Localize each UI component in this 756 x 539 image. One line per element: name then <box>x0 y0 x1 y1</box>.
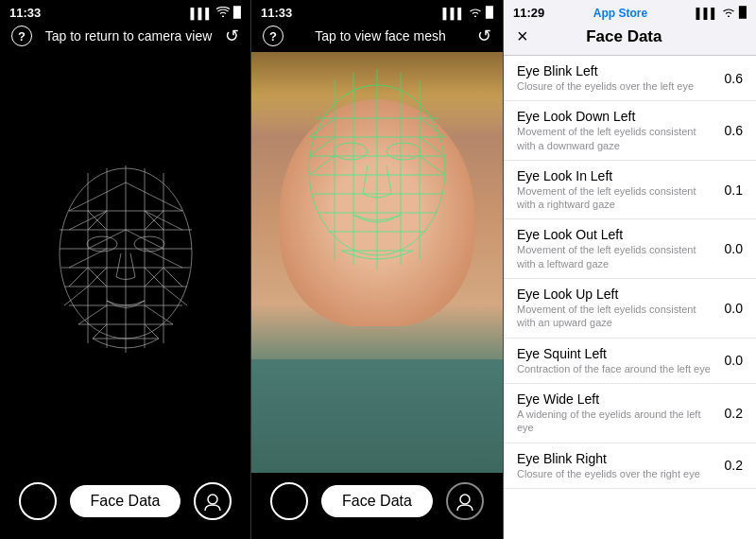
wifi-icon-2 <box>469 7 482 19</box>
refresh-button-1[interactable]: ↺ <box>225 26 239 46</box>
battery-icon-1: ▉ <box>233 7 241 19</box>
row-name-5: Eye Squint Left <box>517 346 711 361</box>
time-3: 11:29 <box>513 6 544 20</box>
help-button-2[interactable]: ? <box>263 26 284 46</box>
signal-icon-2: ▌▌▌ <box>443 8 465 19</box>
camera-button-1[interactable] <box>19 482 57 520</box>
svg-point-42 <box>208 495 217 504</box>
svg-line-16 <box>126 183 145 192</box>
data-row: Eye Look Up Left Movement of the left ey… <box>504 279 756 339</box>
data-row: Eye Blink Right Closure of the eyelids o… <box>504 443 756 489</box>
face-wireframe-svg <box>41 154 211 372</box>
svg-point-22 <box>87 236 117 252</box>
top-bar-1: ? Tap to return to camera view ↺ <box>0 20 250 52</box>
svg-line-64 <box>420 156 445 175</box>
status-bar-1: 11:33 ▌▌▌ ▉ <box>0 0 250 20</box>
panel-camera: 11:33 ▌▌▌ ▉ ? Tap to view face mesh ↺ <box>251 0 504 539</box>
help-button-1[interactable]: ? <box>11 26 32 46</box>
data-row: Eye Look Out Left Movement of the left e… <box>504 219 756 279</box>
row-text-3: Eye Look Out Left Movement of the left e… <box>517 227 711 270</box>
row-desc-3: Movement of the left eyelids consistent … <box>517 243 711 270</box>
svg-point-57 <box>334 143 368 160</box>
data-row: Eye Wide Left A widening of the eyelids … <box>504 384 756 443</box>
row-text-2: Eye Look In Left Movement of the left ey… <box>517 168 711 212</box>
svg-line-30 <box>78 305 107 324</box>
svg-line-26 <box>69 268 88 287</box>
bottom-bar-1: Face Data <box>0 473 250 539</box>
row-desc-6: A widening of the eyelids around the lef… <box>517 408 711 435</box>
face-icon-button-1[interactable] <box>194 482 232 520</box>
status-icons-1: ▌▌▌ ▉ <box>191 7 241 19</box>
close-button[interactable]: × <box>517 26 528 47</box>
row-name-7: Eye Blink Right <box>517 451 711 466</box>
wireframe-area <box>0 52 250 473</box>
camera-preview <box>251 52 503 473</box>
status-bar-3: 11:29 App Store ▌▌▌ ▉ <box>504 0 756 20</box>
bottom-bar-2: Face Data <box>251 473 503 539</box>
row-desc-7: Closure of the eyelids over the right ey… <box>517 467 711 480</box>
status-icons-2: ▌▌▌ ▉ <box>443 7 493 19</box>
data-row: Eye Squint Left Contraction of the face … <box>504 339 756 384</box>
data-row: Eye Look In Left Movement of the left ey… <box>504 161 756 220</box>
wifi-icon-1 <box>216 7 230 19</box>
face-icon-button-2[interactable] <box>446 482 484 520</box>
panel3-title: Face Data <box>586 27 662 46</box>
top-bar-2: ? Tap to view face mesh ↺ <box>251 20 503 52</box>
row-text-4: Eye Look Up Left Movement of the left ey… <box>517 287 711 330</box>
svg-line-15 <box>107 183 126 192</box>
face-data-button-1[interactable]: Face Data <box>70 485 181 517</box>
status-icons-3: ▌▌▌ ▉ <box>696 7 747 19</box>
svg-point-23 <box>134 236 164 252</box>
face-data-list: Eye Blink Left Closure of the eyelids ov… <box>504 56 756 539</box>
battery-icon-2: ▉ <box>486 7 493 19</box>
row-value-7: 0.2 <box>720 458 743 473</box>
signal-icon-1: ▌▌▌ <box>191 8 213 19</box>
svg-line-28 <box>64 287 88 305</box>
svg-line-63 <box>309 156 335 175</box>
row-text-6: Eye Wide Left A widening of the eyelids … <box>517 391 711 435</box>
row-desc-2: Movement of the left eyelids consistent … <box>517 184 711 212</box>
row-desc-1: Movement of the left eyelids consistent … <box>517 125 711 152</box>
panel1-title: Tap to return to camera view <box>32 28 225 43</box>
row-text-7: Eye Blink Right Closure of the eyelids o… <box>517 451 711 480</box>
row-desc-5: Contraction of the face around the left … <box>517 362 711 375</box>
row-name-4: Eye Look Up Left <box>517 287 711 302</box>
wifi-icon-3 <box>722 7 735 19</box>
row-desc-4: Movement of the left eyelids consistent … <box>517 303 711 330</box>
row-value-4: 0.0 <box>720 301 743 316</box>
panel-wireframe: 11:33 ▌▌▌ ▉ ? Tap to return to camera vi… <box>0 0 251 539</box>
svg-point-58 <box>387 143 421 160</box>
row-name-0: Eye Blink Left <box>517 63 711 78</box>
svg-line-32 <box>93 324 107 339</box>
row-value-0: 0.6 <box>720 71 743 86</box>
row-text-1: Eye Look Down Left Movement of the left … <box>517 109 711 152</box>
row-desc-0: Closure of the eyelids over the left eye <box>517 79 711 93</box>
row-value-2: 0.1 <box>720 183 743 198</box>
row-value-6: 0.2 <box>720 406 743 421</box>
svg-line-31 <box>145 305 173 324</box>
face-mesh-overlay <box>283 61 472 307</box>
svg-point-65 <box>460 495 470 504</box>
time-1: 11:33 <box>9 6 41 20</box>
camera-button-2[interactable] <box>270 482 308 520</box>
row-name-6: Eye Wide Left <box>517 391 711 407</box>
battery-icon-3: ▉ <box>739 7 747 19</box>
data-row: Eye Look Down Left Movement of the left … <box>504 101 756 161</box>
panel2-title: Tap to view face mesh <box>284 28 477 43</box>
row-name-1: Eye Look Down Left <box>517 109 711 124</box>
face-data-button-2[interactable]: Face Data <box>321 485 433 517</box>
row-name-3: Eye Look Out Left <box>517 227 711 242</box>
refresh-button-2[interactable]: ↺ <box>477 26 491 46</box>
panel-face-data: 11:29 App Store ▌▌▌ ▉ × Face Data Eye Bl… <box>504 0 756 539</box>
signal-icon-3: ▌▌▌ <box>696 8 718 19</box>
nav-bar-3: × Face Data <box>504 20 756 56</box>
app-store-label[interactable]: App Store <box>593 7 647 20</box>
svg-line-27 <box>163 268 182 287</box>
time-2: 11:33 <box>261 6 292 20</box>
row-name-2: Eye Look In Left <box>517 168 711 183</box>
row-text-5: Eye Squint Left Contraction of the face … <box>517 346 711 375</box>
data-row: Eye Blink Left Closure of the eyelids ov… <box>504 56 756 101</box>
row-value-3: 0.0 <box>720 241 743 256</box>
status-bar-2: 11:33 ▌▌▌ ▉ <box>251 0 503 20</box>
svg-line-29 <box>163 287 187 305</box>
